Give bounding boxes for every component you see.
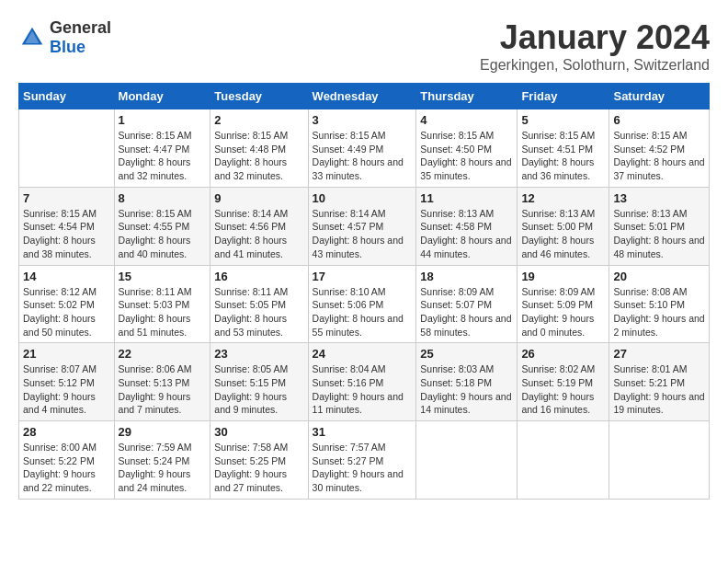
day-number: 3 [313, 113, 413, 127]
day-number: 5 [521, 113, 605, 127]
calendar-cell: 20Sunrise: 8:08 AMSunset: 5:10 PMDayligh… [609, 265, 710, 343]
day-info: Sunrise: 8:11 AMSunset: 5:03 PMDaylight:… [119, 285, 207, 339]
calendar-cell: 16Sunrise: 8:11 AMSunset: 5:05 PMDayligh… [210, 265, 308, 343]
day-info: Sunrise: 8:15 AMSunset: 4:50 PMDaylight:… [420, 129, 513, 183]
day-number: 15 [119, 270, 207, 283]
calendar-cell: 21Sunrise: 8:07 AMSunset: 5:12 PMDayligh… [19, 343, 115, 421]
calendar-body: 1Sunrise: 8:15 AMSunset: 4:47 PMDaylight… [19, 109, 710, 500]
day-number: 23 [214, 347, 303, 361]
day-number: 19 [521, 270, 605, 283]
day-info: Sunrise: 8:15 AMSunset: 4:52 PMDaylight:… [613, 129, 705, 183]
calendar-cell: 17Sunrise: 8:10 AMSunset: 5:06 PMDayligh… [308, 265, 416, 343]
calendar-cell: 24Sunrise: 8:04 AMSunset: 5:16 PMDayligh… [308, 343, 416, 421]
calendar-cell [609, 421, 710, 500]
header-row: SundayMondayTuesdayWednesdayThursdayFrid… [19, 84, 710, 109]
calendar-cell: 5Sunrise: 8:15 AMSunset: 4:51 PMDaylight… [518, 109, 609, 188]
weekday-header: Tuesday [210, 84, 308, 109]
logo-text-blue: Blue [50, 38, 85, 56]
day-info: Sunrise: 8:15 AMSunset: 4:49 PMDaylight:… [313, 129, 413, 183]
day-info: Sunrise: 8:09 AMSunset: 5:07 PMDaylight:… [420, 285, 513, 339]
calendar-cell: 1Sunrise: 8:15 AMSunset: 4:47 PMDaylight… [114, 109, 210, 188]
day-number: 24 [313, 347, 413, 361]
calendar-week-row: 14Sunrise: 8:12 AMSunset: 5:02 PMDayligh… [19, 265, 710, 343]
day-info: Sunrise: 8:13 AMSunset: 4:58 PMDaylight:… [420, 207, 513, 261]
weekday-header: Friday [518, 84, 609, 109]
calendar-cell: 29Sunrise: 7:59 AMSunset: 5:24 PMDayligh… [114, 421, 210, 500]
calendar-cell [19, 109, 115, 188]
day-info: Sunrise: 8:10 AMSunset: 5:06 PMDaylight:… [313, 285, 413, 339]
calendar-cell: 9Sunrise: 8:14 AMSunset: 4:56 PMDaylight… [210, 187, 308, 265]
day-info: Sunrise: 8:04 AMSunset: 5:16 PMDaylight:… [313, 362, 413, 417]
logo-icon [18, 24, 46, 52]
calendar-cell: 10Sunrise: 8:14 AMSunset: 4:57 PMDayligh… [308, 187, 416, 265]
day-number: 22 [119, 347, 207, 361]
day-info: Sunrise: 8:05 AMSunset: 5:15 PMDaylight:… [214, 362, 303, 417]
day-number: 11 [420, 191, 513, 205]
day-info: Sunrise: 7:59 AMSunset: 5:24 PMDaylight:… [119, 441, 207, 495]
calendar-cell [518, 421, 609, 500]
day-number: 29 [119, 425, 207, 439]
day-info: Sunrise: 8:15 AMSunset: 4:55 PMDaylight:… [119, 207, 207, 261]
day-number: 9 [214, 191, 303, 205]
calendar-cell: 22Sunrise: 8:06 AMSunset: 5:13 PMDayligh… [114, 343, 210, 421]
day-info: Sunrise: 8:15 AMSunset: 4:47 PMDaylight:… [119, 129, 207, 183]
day-number: 26 [521, 347, 605, 361]
calendar-table: SundayMondayTuesdayWednesdayThursdayFrid… [18, 83, 710, 500]
day-number: 6 [613, 113, 705, 127]
calendar-cell: 6Sunrise: 8:15 AMSunset: 4:52 PMDaylight… [609, 109, 710, 188]
weekday-header: Sunday [19, 84, 115, 109]
day-number: 16 [214, 270, 303, 283]
day-info: Sunrise: 8:15 AMSunset: 4:54 PMDaylight:… [23, 207, 110, 261]
day-info: Sunrise: 8:03 AMSunset: 5:18 PMDaylight:… [420, 362, 513, 417]
weekday-header: Monday [114, 84, 210, 109]
calendar-cell: 12Sunrise: 8:13 AMSunset: 5:00 PMDayligh… [518, 187, 609, 265]
day-number: 4 [420, 113, 513, 127]
calendar-cell: 13Sunrise: 8:13 AMSunset: 5:01 PMDayligh… [609, 187, 710, 265]
day-number: 27 [613, 347, 705, 361]
weekday-header: Wednesday [308, 84, 416, 109]
day-info: Sunrise: 8:13 AMSunset: 5:01 PMDaylight:… [613, 207, 705, 261]
day-info: Sunrise: 8:02 AMSunset: 5:19 PMDaylight:… [521, 362, 605, 417]
day-number: 20 [613, 270, 705, 283]
calendar-cell: 19Sunrise: 8:09 AMSunset: 5:09 PMDayligh… [518, 265, 609, 343]
calendar-cell: 18Sunrise: 8:09 AMSunset: 5:07 PMDayligh… [416, 265, 518, 343]
day-info: Sunrise: 8:07 AMSunset: 5:12 PMDaylight:… [23, 362, 110, 417]
day-info: Sunrise: 7:57 AMSunset: 5:27 PMDaylight:… [313, 441, 413, 495]
day-number: 18 [420, 270, 513, 283]
calendar-week-row: 28Sunrise: 8:00 AMSunset: 5:22 PMDayligh… [19, 421, 710, 500]
weekday-header: Thursday [416, 84, 518, 109]
day-number: 8 [119, 191, 207, 205]
day-number: 21 [23, 347, 110, 361]
day-info: Sunrise: 7:58 AMSunset: 5:25 PMDaylight:… [214, 441, 303, 495]
calendar-cell: 27Sunrise: 8:01 AMSunset: 5:21 PMDayligh… [609, 343, 710, 421]
day-info: Sunrise: 8:12 AMSunset: 5:02 PMDaylight:… [23, 285, 110, 339]
page-header: General Blue January 2024 Egerkingen, So… [18, 18, 710, 74]
calendar-cell: 25Sunrise: 8:03 AMSunset: 5:18 PMDayligh… [416, 343, 518, 421]
calendar-cell [416, 421, 518, 500]
day-info: Sunrise: 8:15 AMSunset: 4:51 PMDaylight:… [521, 129, 605, 183]
day-info: Sunrise: 8:13 AMSunset: 5:00 PMDaylight:… [521, 207, 605, 261]
logo-text-general: General [50, 18, 111, 37]
location-title: Egerkingen, Solothurn, Switzerland [480, 57, 710, 74]
title-block: January 2024 Egerkingen, Solothurn, Swit… [480, 18, 710, 74]
day-number: 2 [214, 113, 303, 127]
calendar-cell: 8Sunrise: 8:15 AMSunset: 4:55 PMDaylight… [114, 187, 210, 265]
day-info: Sunrise: 8:09 AMSunset: 5:09 PMDaylight:… [521, 285, 605, 339]
calendar-cell: 26Sunrise: 8:02 AMSunset: 5:19 PMDayligh… [518, 343, 609, 421]
month-title: January 2024 [480, 18, 710, 57]
day-number: 25 [420, 347, 513, 361]
calendar-week-row: 1Sunrise: 8:15 AMSunset: 4:47 PMDaylight… [19, 109, 710, 188]
day-info: Sunrise: 8:06 AMSunset: 5:13 PMDaylight:… [119, 362, 207, 417]
calendar-cell: 30Sunrise: 7:58 AMSunset: 5:25 PMDayligh… [210, 421, 308, 500]
calendar-week-row: 21Sunrise: 8:07 AMSunset: 5:12 PMDayligh… [19, 343, 710, 421]
calendar-cell: 4Sunrise: 8:15 AMSunset: 4:50 PMDaylight… [416, 109, 518, 188]
day-number: 12 [521, 191, 605, 205]
day-info: Sunrise: 8:01 AMSunset: 5:21 PMDaylight:… [613, 362, 705, 417]
calendar-cell: 15Sunrise: 8:11 AMSunset: 5:03 PMDayligh… [114, 265, 210, 343]
calendar-week-row: 7Sunrise: 8:15 AMSunset: 4:54 PMDaylight… [19, 187, 710, 265]
day-number: 1 [119, 113, 207, 127]
day-info: Sunrise: 8:15 AMSunset: 4:48 PMDaylight:… [214, 129, 303, 183]
day-info: Sunrise: 8:14 AMSunset: 4:57 PMDaylight:… [313, 207, 413, 261]
day-number: 17 [313, 270, 413, 283]
day-number: 10 [313, 191, 413, 205]
